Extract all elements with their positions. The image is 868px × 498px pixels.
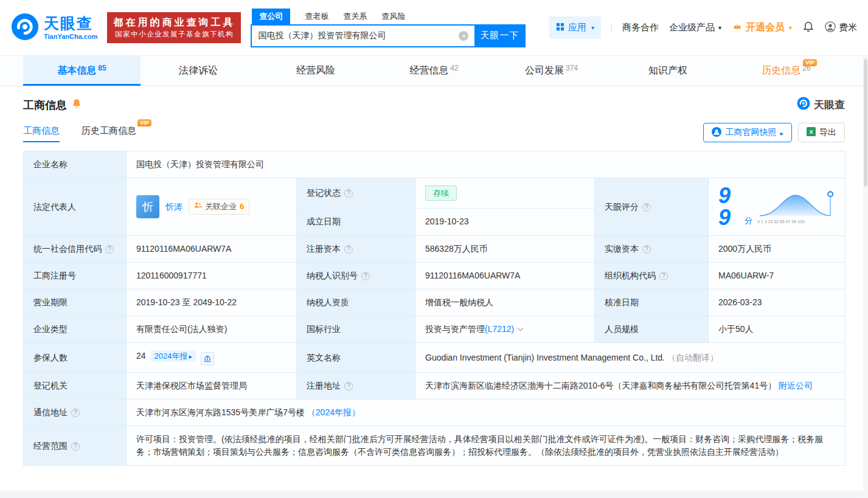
help-icon[interactable] [71,442,80,451]
search-tab-risk[interactable]: 查风险 [381,9,405,24]
english-name-label: 英文名称 [307,353,341,362]
mail-address-report-link[interactable]: （2024年报） [307,407,360,417]
score-label: 天眼评分 [605,202,639,212]
legal-rep-name-link[interactable]: 忻涛 [165,201,182,213]
help-icon[interactable] [361,272,370,280]
top-header: 天眼查 TianYanCha.com 都在用的商业查询工具 国家中小企业发展子基… [0,0,868,56]
tianyancha-logo[interactable]: 天眼查 TianYanCha.com [11,13,97,43]
related-companies-count: 6 [240,201,244,213]
subtab-history-business-info[interactable]: 历史工商信息 VIP [82,125,136,142]
help-icon[interactable] [344,382,353,390]
table-row: 企业名称 国电投（天津）投资管理有限公司 [24,151,845,178]
open-vip-button[interactable]: 开通会员 [732,21,792,34]
tab-company-development-count: 374 [566,64,578,72]
tab-legal-proceedings[interactable]: 法律诉讼 [141,56,258,86]
legal-rep-label: 法定代表人 [33,202,76,212]
gov-building-icon[interactable] [201,352,214,365]
search-tab-company[interactable]: 查公司 [252,9,290,24]
subtab-history-label: 历史工商信息 [82,125,136,136]
tab-operating-info[interactable]: 经营信息42 [375,56,493,86]
related-companies-badge[interactable]: 关联企业 6 [189,199,249,215]
excel-icon: X [807,127,816,138]
menu-business-cooperation[interactable]: 商务合作 [622,22,659,33]
help-icon[interactable] [344,245,353,254]
apps-label: 应用 [568,22,586,33]
authority-label: 登记机关 [33,381,68,390]
help-icon[interactable] [642,245,651,254]
paid-capital-value: 2000万人民币 [718,244,771,254]
section-title: 工商信息 [23,98,67,112]
business-info-table: 企业名称 国电投（天津）投资管理有限公司 法定代表人 忻 忻涛 关联企业 6 登… [23,151,845,466]
tab-basic-info[interactable]: 基本信息85 [23,56,141,86]
export-label: 导出 [819,127,836,138]
page-section-gap [0,491,868,498]
brand-watermark: 天眼查 [797,97,845,113]
grid-icon [556,22,564,33]
notification-bell-icon[interactable] [802,21,814,35]
search-tabs: 查公司 查老板 查关系 查风险 [252,9,526,24]
help-icon[interactable] [344,189,353,198]
chevron-right-icon [188,351,193,361]
user-icon [825,21,836,34]
annual-report-link[interactable]: 2024年报 [151,350,196,362]
menu-enterprise-label: 企业级产品 [669,22,715,33]
tab-operating-risk[interactable]: 经营风险 [258,56,375,86]
official-snapshot-label: 工商官网快照 [725,127,776,138]
reg-address-label: 注册地址 [307,381,341,390]
search-tab-relation[interactable]: 查关系 [343,9,367,24]
section-header: 工商信息 天眼查 [0,86,868,116]
user-account[interactable]: 费米 [825,21,857,34]
brand-name: 天眼查 [814,98,845,112]
search-input[interactable] [252,31,459,41]
table-row: 通信地址 天津市河东区海河东路1535号美岸广场7号楼 （2024年报） [24,399,845,426]
logo-name: 天眼查 [44,16,97,31]
official-snapshot-button[interactable]: 工商官网快照 [703,123,792,142]
menu-divider [611,23,612,33]
staff-size-value: 小于50人 [718,324,754,334]
mail-address-value: 天津市河东区海河东路1535号美岸广场7号楼 [136,407,305,417]
establish-date-label: 成立日期 [307,216,341,226]
insured-count-value: 24 [136,351,146,361]
company-type-value: 有限责任公司(法人独资) [136,324,227,334]
tab-intellectual-property[interactable]: 知识产权 [610,56,727,86]
help-icon[interactable] [71,409,80,417]
paid-capital-label: 实缴资本 [605,244,639,254]
promo-badge: 都在用的商业查询工具 国家中小企业发展子基金旗下机构 [107,12,241,44]
help-icon[interactable] [642,203,651,212]
subscribe-bell-icon[interactable] [72,99,82,111]
tab-legal-proceedings-label: 法律诉讼 [179,64,218,77]
vertical-scrollbar[interactable] [863,57,868,498]
tab-history-info[interactable]: 历史信息26 VIP [727,56,845,86]
search-tab-boss[interactable]: 查老板 [305,9,328,24]
promo-line1: 都在用的商业查询工具 [113,18,235,27]
export-button[interactable]: X 导出 [798,123,845,142]
score-axis-labels: 0 1 3 15 50 85 97 99 100 [757,220,835,224]
svg-text:X: X [809,129,813,135]
subtab-business-info[interactable]: 工商信息 [23,125,60,142]
table-row: 经营范围 许可项目：投资管理。(依法须经批准的项目，经相关部门批准后方可开展经营… [24,426,845,466]
legal-rep-avatar[interactable]: 忻 [136,195,159,218]
chevron-down-icon[interactable] [518,325,524,331]
org-code-label: 组织机构代码 [605,271,656,280]
company-nav-tabs: 基本信息85 法律诉讼 经营风险 经营信息42 公司发展374 知识产权 历史信… [0,56,868,86]
apps-menu[interactable]: 应用 [549,16,601,39]
clear-input-icon[interactable] [459,31,468,41]
nearby-companies-link[interactable]: 附近公司 [779,381,813,390]
help-icon[interactable] [659,272,668,280]
menu-enterprise-products[interactable]: 企业级产品 [669,22,721,33]
logo-eye-icon [11,13,39,43]
scrollbar-thumb[interactable] [864,59,867,187]
reg-capital-label: 注册资本 [307,244,341,254]
table-row: 营业期限 2019-10-23 至 2049-10-22 纳税人资质 增值税一般… [24,289,845,316]
table-row: 法定代表人 忻 忻涛 关联企业 6 登记状态 存续 天眼评分 99 分 [24,178,845,209]
subtab-row: 工商信息 历史工商信息 VIP 工商官网快照 X 导出 [0,116,868,151]
help-icon[interactable] [105,245,114,254]
tab-intellectual-property-label: 知识产权 [648,64,687,77]
header-menu: 应用 商务合作 企业级产品 开通会员 费米 [549,16,857,39]
company-name-value: 国电投（天津）投资管理有限公司 [136,159,264,169]
tab-company-development[interactable]: 公司发展374 [493,56,610,86]
business-term-value: 2019-10-23 至 2049-10-22 [136,297,237,307]
search-button[interactable]: 天眼一下 [474,26,524,46]
industry-code-link[interactable]: (L7212) [485,324,514,334]
person-circle-icon [712,127,721,139]
